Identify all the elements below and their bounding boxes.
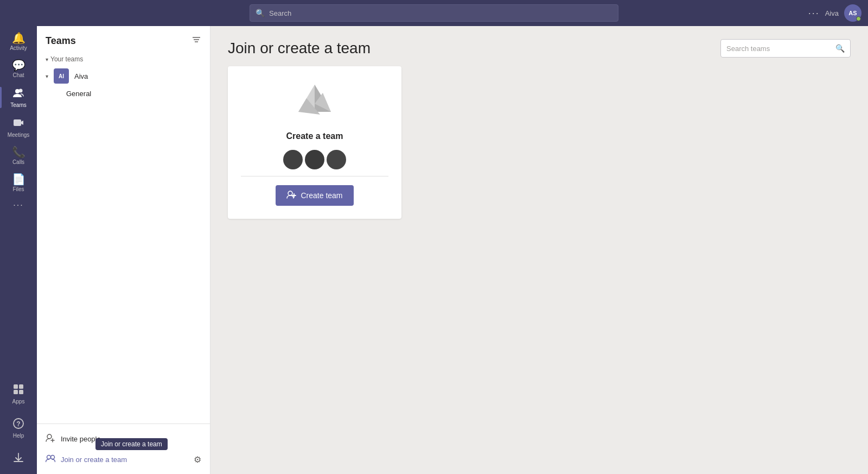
sidebar-item-label-apps: Apps (12, 399, 25, 405)
svg-text:?: ? (16, 420, 20, 428)
team-chevron-icon: ▾ (46, 73, 48, 79)
activity-icon: 🔔 (12, 33, 25, 43)
sidebar-item-label-teams: Teams (10, 102, 26, 108)
help-icon: ? (12, 418, 24, 431)
svg-rect-3 (14, 384, 18, 389)
sidebar-item-calls[interactable]: 📞 Calls (0, 142, 37, 169)
sidebar-item-label-calls: Calls (12, 159, 24, 165)
invite-people-label: Invite people (61, 435, 101, 443)
svg-point-12 (47, 434, 52, 439)
teams-icon (12, 87, 24, 100)
channel-item-general[interactable]: General (37, 87, 210, 100)
invite-icon (46, 433, 55, 445)
sidebar-item-more[interactable]: ··· (0, 197, 37, 214)
sidebar-item-help[interactable]: ? Help (0, 413, 37, 443)
main-content-body: Create a team (210, 66, 868, 474)
card-avatars (283, 150, 346, 169)
search-placeholder: Search (269, 9, 291, 17)
avatar-status-indicator (856, 16, 861, 21)
search-teams-box[interactable]: Search teams 🔍 (720, 39, 851, 58)
card-avatar-3 (327, 150, 346, 169)
sidebar-item-activity[interactable]: 🔔 Activity (0, 28, 37, 55)
svg-rect-6 (19, 390, 23, 394)
apps-icon (12, 383, 24, 397)
svg-point-15 (47, 456, 51, 459)
sidebar-item-download[interactable] (0, 447, 37, 470)
sidebar-item-files[interactable]: 📄 Files (0, 169, 37, 197)
global-search-box[interactable]: 🔍 Search (250, 4, 618, 22)
settings-icon[interactable]: ⚙ (194, 454, 201, 465)
main-content-header: Join or create a team Search teams 🔍 (210, 26, 868, 66)
main-layout: 🔔 Activity 💬 Chat Teams (0, 26, 868, 474)
teams-panel-header: Teams (37, 26, 210, 51)
sidebar-nav: 🔔 Activity 💬 Chat Teams (0, 26, 37, 474)
main-content: Join or create a team Search teams 🔍 (210, 26, 868, 474)
card-divider (241, 176, 388, 176)
team-name-aiva: Aiva (74, 72, 189, 80)
download-icon (12, 452, 24, 465)
avatar-initials: AS (848, 10, 857, 16)
search-icon: 🔍 (256, 9, 265, 17)
chevron-down-icon: ▾ (46, 56, 48, 62)
create-team-btn-label: Create team (301, 191, 342, 200)
team-illustration (293, 79, 336, 123)
sidebar-item-label-meetings: Meetings (8, 132, 30, 138)
create-team-card: Create a team (228, 66, 401, 219)
card-avatar-2 (305, 150, 324, 169)
sidebar-item-teams[interactable]: Teams (0, 83, 37, 112)
sidebar-item-label-activity: Activity (10, 45, 27, 51)
svg-rect-2 (14, 119, 21, 126)
teams-panel-title: Teams (46, 35, 76, 47)
team-item-aiva[interactable]: ▾ AI Aiva ··· (37, 65, 210, 87)
topbar: 🔍 Search ··· Aiva AS (0, 0, 868, 26)
sidebar-item-label-help: Help (13, 433, 24, 439)
join-create-tooltip: Join or create a team (95, 438, 168, 450)
join-create-icon (46, 453, 55, 465)
your-teams-section: ▾ Your teams (37, 51, 210, 65)
sidebar-item-meetings[interactable]: Meetings (0, 112, 37, 142)
sidebar-item-label-chat: Chat (12, 72, 24, 78)
page-title: Join or create a team (228, 40, 371, 57)
svg-point-21 (288, 191, 292, 195)
search-teams-placeholder: Search teams (726, 45, 832, 53)
sidebar-item-apps[interactable]: Apps (0, 379, 37, 409)
files-icon: 📄 (12, 174, 25, 185)
teams-panel-bottom: Invite people Join or create a team ⚙ (37, 424, 210, 474)
teams-panel: Teams ▾ Your teams ▾ AI Aiva ··· General (37, 26, 210, 474)
join-create-team-item[interactable]: Join or create a team (37, 449, 127, 470)
your-teams-label: Your teams (50, 55, 83, 63)
search-teams-icon: 🔍 (835, 44, 845, 53)
user-avatar[interactable]: AS (844, 4, 861, 22)
sidebar-item-chat[interactable]: 💬 Chat (0, 55, 37, 83)
more-icon: ··· (13, 201, 23, 210)
svg-rect-5 (14, 390, 18, 394)
team-avatar-aiva: AI (54, 68, 69, 84)
svg-point-16 (51, 456, 55, 459)
filter-icon[interactable] (192, 35, 201, 47)
chat-icon: 💬 (12, 60, 25, 71)
create-team-btn-icon (286, 189, 296, 201)
channel-name-general: General (66, 90, 91, 98)
join-create-label: Join or create a team (61, 456, 127, 464)
card-title: Create a team (286, 131, 343, 141)
create-team-button[interactable]: Create team (276, 185, 353, 206)
card-avatar-1 (283, 150, 303, 169)
meetings-icon (12, 117, 24, 130)
topbar-right: ··· Aiva AS (808, 4, 861, 22)
svg-rect-4 (19, 384, 23, 389)
topbar-more-icon[interactable]: ··· (808, 8, 820, 19)
sidebar-item-label-files: Files (12, 186, 24, 192)
topbar-username: Aiva (825, 9, 839, 17)
calls-icon: 📞 (12, 147, 25, 157)
svg-point-1 (15, 89, 20, 93)
